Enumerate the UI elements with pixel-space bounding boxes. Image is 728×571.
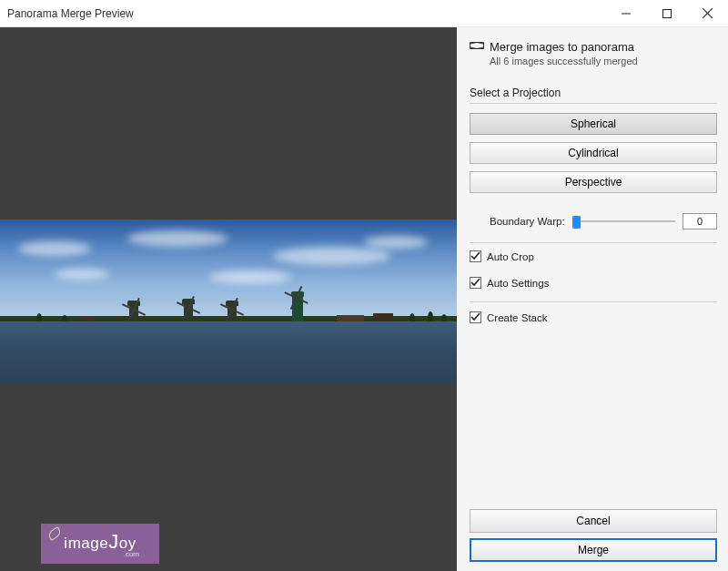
projection-label: Select a Projection — [470, 87, 717, 99]
projection-cylindrical[interactable]: Cylindrical — [470, 142, 717, 164]
divider — [470, 242, 717, 243]
checkmark-icon — [470, 277, 481, 289]
create-stack-checkbox[interactable]: Create Stack — [470, 311, 717, 323]
close-button[interactable] — [687, 0, 728, 27]
maximize-button[interactable] — [646, 0, 687, 27]
projection-spherical[interactable]: Spherical — [470, 113, 717, 135]
auto-crop-checkbox[interactable]: Auto Crop — [470, 250, 717, 262]
preview-area: imageJoy .com — [0, 27, 457, 571]
panel-subtitle: All 6 images successfully merged — [490, 56, 717, 66]
options-panel: Merge images to panorama All 6 images su… — [457, 27, 728, 571]
boundary-warp-slider[interactable] — [572, 215, 675, 228]
panorama-preview — [0, 219, 457, 383]
auto-settings-label: Auto Settings — [487, 278, 549, 289]
checkmark-icon — [470, 311, 481, 323]
divider — [470, 103, 717, 104]
panorama-icon — [470, 40, 484, 54]
cancel-button[interactable]: Cancel — [470, 509, 717, 533]
boundary-warp-value[interactable]: 0 — [682, 213, 717, 229]
watermark-sub: .com — [124, 550, 139, 558]
auto-settings-checkbox[interactable]: Auto Settings — [470, 277, 717, 289]
svg-rect-1 — [662, 9, 671, 17]
create-stack-label: Create Stack — [487, 312, 547, 323]
panel-title: Merge images to panorama — [490, 40, 634, 54]
window-title: Panorama Merge Preview — [0, 7, 605, 20]
content: imageJoy .com Merge images to panorama A… — [0, 27, 728, 571]
boundary-warp-label: Boundary Warp: — [490, 216, 565, 227]
merge-button[interactable]: Merge — [470, 538, 717, 562]
minimize-button[interactable] — [605, 0, 646, 27]
watermark: imageJoy .com — [41, 524, 159, 564]
projection-perspective[interactable]: Perspective — [470, 171, 717, 193]
divider — [470, 301, 717, 302]
titlebar: Panorama Merge Preview — [0, 0, 728, 27]
checkmark-icon — [470, 250, 481, 262]
auto-crop-label: Auto Crop — [487, 251, 534, 262]
